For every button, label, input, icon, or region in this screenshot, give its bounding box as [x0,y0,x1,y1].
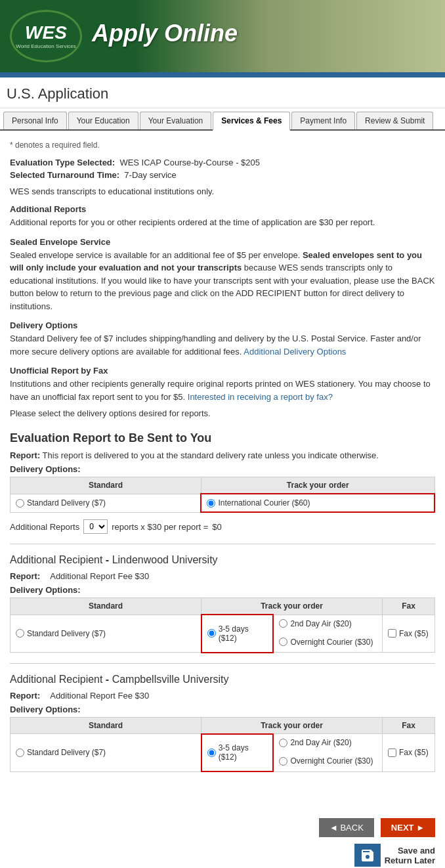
r1-standard-option: Standard Delivery ($7) [16,629,196,638]
recipient1-title: Additional Recipient - Lindenwood Univer… [10,554,435,566]
report-note: Report: This report is delivered to you … [10,450,435,460]
r1-fax-checkbox[interactable] [388,629,396,638]
r1-standard-cell: Standard Delivery ($7) [11,615,201,653]
standard-delivery-cell: Standard Delivery ($7) [11,494,201,512]
turnaround-value: 7-Day service [124,170,176,180]
sealed-envelope-title: Sealed Envelope Service [10,237,435,247]
blue-bar [0,72,445,77]
r2-fax-cell: Fax ($5) [383,734,435,772]
required-note: * denotes a required field. [10,141,435,150]
delivery-options-body: Standard Delivery fee of $7 includes shi… [10,332,435,358]
col-track-header: Track your order [201,477,434,494]
logo-area: WES World Education Services [10,10,82,62]
tab-payment-info[interactable]: Payment Info [291,112,355,129]
save-return-text[interactable]: Save andReturn Later [385,846,435,865]
per-report-text: reports x $30 per report = [112,522,208,532]
recipient1-section: Additional Recipient - Lindenwood Univer… [10,554,435,653]
r1-2nd-day-option: 2nd Day Air ($20) [279,619,377,628]
tab-your-evaluation[interactable]: Your Evaluation [140,112,212,129]
recipient1-fee-row: Report: Additional Report Fee $30 [10,571,435,581]
international-courier-cell: International Courier ($60) [201,494,434,512]
r1-overnight-label: Overnight Courier ($30) [290,638,373,647]
r2-overnight-label: Overnight Courier ($30) [290,756,373,766]
back-button[interactable]: ◄ BACK [319,818,374,837]
delivery-options-title: Delivery Options [10,320,435,330]
unofficial-fax-body: Institutions and other recipients genera… [10,378,435,403]
r2-fax-checkbox[interactable] [388,749,396,757]
r2-2nd-day-radio[interactable] [279,739,287,747]
divider-1 [10,544,435,544]
additional-reports-title: Additional Reports [10,204,435,214]
save-return-container: Save andReturn Later [354,844,435,867]
r2-col-track: Track your order [201,717,383,734]
recipient1-delivery-table: Standard Track your order Fax Standard D… [10,597,435,653]
recipient1-delivery-label: Delivery Options: [10,585,435,595]
additional-delivery-link[interactable]: Additional Delivery Options [244,347,346,357]
section-delivery-options: Delivery Options Standard Delivery fee o… [10,320,435,358]
section-unofficial-fax: Unofficial Report by Fax Institutions an… [10,366,435,418]
delivery-body-text: Standard Delivery fee of $7 includes shi… [10,334,421,357]
save-icon [354,844,381,867]
tab-review-submit[interactable]: Review & Submit [356,112,433,129]
r2-col-fax: Fax [383,717,435,734]
r1-overnight-radio[interactable] [279,638,287,646]
eval-type-value: WES ICAP Course-by-Course - $205 [119,158,260,167]
turnaround-label: Selected Turnaround Time: [10,170,119,180]
apply-online-title: Apply Online [92,20,238,47]
additional-reports-body: Additional reports for you or other reci… [10,216,435,229]
wes-note: WES sends transcripts to educational ins… [10,186,435,196]
r2-standard-radio[interactable] [16,749,24,757]
r2-overnight-radio[interactable] [279,757,287,766]
r1-2nd-day-cell: 2nd Day Air ($20) Overnight Courier ($30… [273,615,382,653]
international-courier-option: International Courier ($60) [207,498,429,508]
tab-personal-info[interactable]: Personal Info [3,112,67,129]
international-courier-radio[interactable] [207,499,215,508]
save-return-row: Save andReturn Later [10,844,435,867]
recipient2-title: Additional Recipient - Campbellsville Un… [10,674,435,685]
r1-fax-option: Fax ($5) [388,629,429,638]
r2-overnight-option: Overnight Courier ($30) [279,756,373,766]
tab-your-education[interactable]: Your Education [68,112,138,129]
section-sealed-envelope: Sealed Envelope Service Sealed envelope … [10,237,435,313]
sealed-envelope-body: Sealed envelope service is available for… [10,249,435,313]
r1-fax-label: Fax ($5) [399,629,429,638]
r2-standard-label: Standard Delivery ($7) [27,748,106,757]
r2-3-5-days-radio[interactable] [207,749,216,757]
r1-3-5-days-radio[interactable] [207,629,216,638]
r1-2nd-day-label: 2nd Day Air ($20) [290,619,351,628]
logo-sub-text: World Education Services [16,43,75,49]
standard-delivery-option: Standard Delivery ($7) [16,498,195,508]
r2-3-5-days-cell: 3-5 days ($12) [201,734,274,772]
additional-reports-row: Additional Reports 0 1 2 3 reports x $30… [10,519,435,534]
sealed-body-pre: Sealed envelope service is available for… [10,250,300,260]
r2-2nd-day-option: 2nd Day Air ($20) [279,738,377,747]
r1-col-standard: Standard [11,598,201,615]
fax-interest-link[interactable]: Interested in receiving a report by fax? [188,392,333,402]
r1-col-fax: Fax [383,598,435,615]
eval-type-label: Evaluation Type Selected: [10,158,115,167]
tab-services-fees[interactable]: Services & Fees [213,112,290,131]
select-delivery-note: Please select the delivery options desir… [10,408,435,418]
eval-delivery-label: Delivery Options: [10,464,435,474]
r1-standard-radio[interactable] [16,629,24,638]
divider-2 [10,663,435,664]
r2-fax-option: Fax ($5) [388,748,429,757]
main-content: * denotes a required field. Evaluation T… [0,131,445,868]
standard-delivery-radio[interactable] [16,499,24,508]
r1-standard-label: Standard Delivery ($7) [27,629,106,638]
standard-delivery-label: Standard Delivery ($7) [27,498,106,508]
r1-col-track: Track your order [201,598,383,615]
r1-2nd-day-radio[interactable] [279,619,287,628]
recipient1-report-fee: Additional Report Fee $30 [50,571,149,581]
r2-3-5-days-option: 3-5 days ($12) [207,743,268,762]
bottom-section: ◄ BACK NEXT ► Save andReturn Later Quest… [10,785,435,868]
recipient2-delivery-table: Standard Track your order Fax Standard D… [10,717,435,773]
r1-overnight-option: Overnight Courier ($30) [279,638,373,647]
next-button[interactable]: NEXT ► [381,818,435,837]
r1-3-5-days-option: 3-5 days ($12) [207,624,268,643]
tab-bar: Personal Info Your Education Your Evalua… [0,112,445,131]
add-reports-select[interactable]: 0 1 2 3 [83,519,108,534]
recipient2-delivery-label: Delivery Options: [10,705,435,714]
wes-logo: WES World Education Services [10,10,82,62]
r1-3-5-days-label: 3-5 days ($12) [219,624,268,643]
